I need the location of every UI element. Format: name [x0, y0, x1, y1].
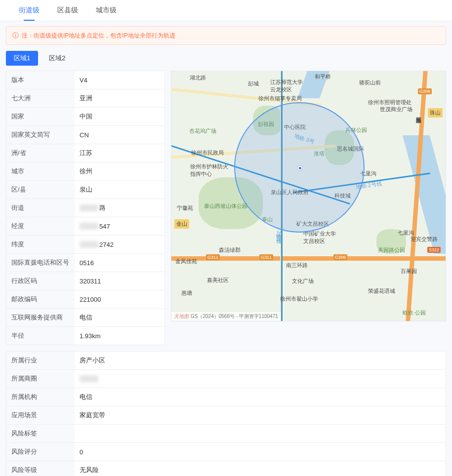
value-isp: 电信 [75, 309, 164, 326]
poi: 森活绿郡 [219, 246, 241, 254]
value-admin: 320311 [75, 273, 164, 289]
area-tabs: 区域1 区域2 [0, 51, 452, 71]
info-icon: ⓘ [12, 31, 19, 40]
value-province: 江苏 [75, 144, 164, 162]
value-continent: 亚洲 [75, 89, 164, 107]
lower-table: 所属行业房产小区 所属商圈 所属机构电信 应用场景家庭宽带 风险标签 风险评分0… [6, 351, 446, 476]
label-version: 版本 [6, 71, 75, 89]
road-shield: G206 [418, 88, 432, 94]
notice-text: 街道级提供IP地址多点定位，包含IP地址全部行为轨迹 [34, 32, 175, 40]
value-lat: 2742 [75, 237, 164, 253]
notice-banner: ⓘ 注： 街道级提供IP地址多点定位，包含IP地址全部行为轨迹 [6, 26, 446, 45]
value-org: 电信 [75, 388, 446, 406]
tab-street[interactable]: 街道级 [10, 0, 48, 21]
poi: 惠塘 [181, 289, 192, 297]
road-shield: G206 [333, 254, 347, 260]
label-risk-tag: 风险标签 [6, 425, 75, 442]
value-risk-tag [75, 429, 446, 438]
level-tabs: 街道级 区县级 城市级 [0, 0, 452, 21]
label-country: 国家 [6, 108, 75, 125]
value-risk-score: 0 [75, 444, 446, 460]
poi: 荣盛花语城 [368, 287, 395, 295]
label-scene: 应用场景 [6, 406, 75, 424]
value-idd: 0516 [75, 255, 164, 271]
label-zip: 邮政编码 [6, 290, 75, 308]
poi: 徐州市护林防火 指挥中心 [190, 163, 228, 178]
label-idd: 国际直拨电话和区号 [6, 254, 75, 272]
label-industry: 所属行业 [6, 352, 75, 369]
road-shield: G311 [259, 254, 273, 260]
label-radius: 半径 [6, 327, 75, 345]
poi: 文化广场 [292, 278, 314, 285]
label-lng: 经度 [6, 217, 75, 235]
road-shield: G311 [206, 254, 220, 260]
value-street: 路 [75, 199, 164, 217]
poi: 徐州市照明管理处 [368, 99, 411, 106]
tab-district[interactable]: 区县级 [48, 0, 87, 21]
label-admin: 行政区码 [6, 272, 75, 290]
map[interactable]: 湖北路 彭城 江苏师范大学 云龙校区 和平桥 骆驼山前 徐州市烟草专卖局 徐州市… [171, 71, 446, 321]
label-risk-score: 风险评分 [6, 443, 75, 461]
label-org: 所属机构 [6, 388, 75, 406]
poi: 金山 [174, 219, 189, 229]
map-attribution: 天地图GS（2024）0568号 - 甲测资字1100471 [171, 312, 281, 321]
poi: 徐州市翟山小学 [280, 295, 318, 303]
value-risk-level: 无风险 [75, 461, 446, 476]
poi: 世茂商业广场 [380, 106, 412, 113]
label-biz-area: 所属商圈 [6, 370, 75, 388]
label-lat: 纬度 [6, 236, 75, 253]
area-tab-2[interactable]: 区域2 [41, 51, 73, 66]
label-country-en: 国家英文简写 [6, 126, 75, 144]
poi: 珠山 [428, 108, 443, 118]
notice-prefix: 注： [22, 32, 34, 40]
info-table: 版本V4 七大洲亚洲 国家中国 国家英文简写CN 洲/省江苏 城市徐州 区/县泉… [6, 71, 165, 345]
label-province: 洲/省 [6, 144, 75, 162]
value-county: 泉山 [75, 181, 164, 198]
label-city: 城市 [6, 162, 75, 180]
poi: 宁馨苑 [177, 204, 193, 212]
area-tab-1[interactable]: 区域1 [6, 51, 38, 66]
poi: 彭城 [248, 80, 259, 87]
poi: 中国矿业大学 文昌校区 [303, 230, 336, 245]
road-shield: S322 [427, 247, 441, 253]
value-lng: 547 [75, 218, 164, 235]
value-industry: 房产小区 [75, 352, 446, 369]
label-street: 街道 [6, 199, 75, 217]
label-isp: 互联网服务提供商 [6, 309, 75, 326]
poi: 嘉美社区 [207, 277, 229, 284]
label-county: 区/县 [6, 181, 75, 198]
value-city: 徐州 [75, 162, 164, 180]
poi: 湖北路 [190, 74, 206, 81]
label-risk-level: 风险等级 [6, 461, 75, 476]
value-country: 中国 [75, 108, 164, 125]
value-country-en: CN [75, 127, 164, 143]
poi: 杏花坞广场 [189, 127, 216, 135]
label-continent: 七大洲 [6, 89, 75, 107]
value-biz-area [75, 371, 446, 387]
tab-city[interactable]: 城市级 [87, 0, 125, 21]
poi: 骆驼山前 [359, 79, 381, 86]
value-version: V4 [75, 72, 164, 88]
value-radius: 1.93km [75, 328, 164, 344]
value-scene: 家庭宽带 [75, 406, 446, 424]
map-canvas: 湖北路 彭城 江苏师范大学 云龙校区 和平桥 骆驼山前 徐州市烟草专卖局 徐州市… [171, 71, 446, 321]
value-zip: 221000 [75, 291, 164, 308]
poi: 江苏师范大学 云龙校区 [270, 79, 303, 93]
center-marker [298, 166, 302, 170]
poi: 南三环路 [286, 262, 308, 269]
